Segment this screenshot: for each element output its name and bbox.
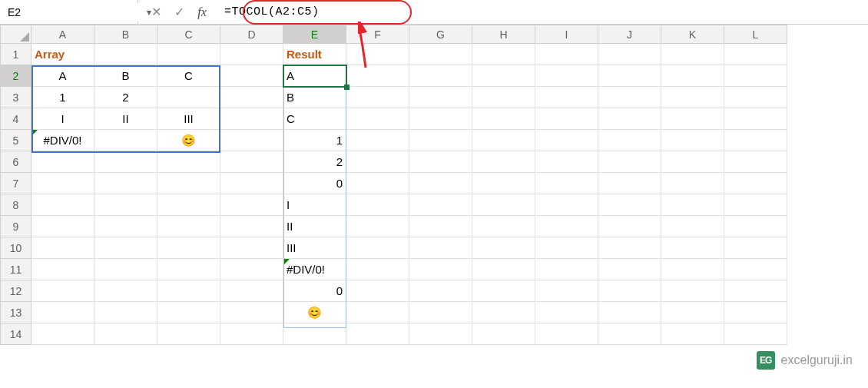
cell-A10[interactable] [31,237,94,259]
cell-B12[interactable] [94,280,157,302]
cell-B9[interactable] [94,216,157,237]
cell-C13[interactable] [157,302,220,323]
cell-E9[interactable]: II [283,216,346,237]
cell-L10[interactable] [724,237,787,259]
row-13[interactable]: 13 [1,302,31,323]
cell-H14[interactable] [472,323,535,345]
cell-E12[interactable]: 0 [283,280,346,302]
cell-D3[interactable] [220,87,283,108]
cell-L6[interactable] [724,151,787,173]
cell-J13[interactable] [598,302,661,323]
cell-G10[interactable] [409,237,472,259]
cell-E2[interactable]: A [283,65,346,87]
cell-I9[interactable] [535,216,598,237]
cell-D10[interactable] [220,237,283,259]
col-J[interactable]: J [598,25,661,44]
row-2[interactable]: 2 [1,65,31,87]
cell-K1[interactable] [661,44,724,65]
cell-K2[interactable] [661,65,724,87]
cell-I5[interactable] [535,130,598,151]
cell-K8[interactable] [661,194,724,216]
cell-B6[interactable] [94,151,157,173]
cell-C14[interactable] [157,323,220,345]
cell-I1[interactable] [535,44,598,65]
cell-D6[interactable] [220,151,283,173]
cell-B10[interactable] [94,237,157,259]
cell-C3[interactable] [157,87,220,108]
cell-H10[interactable] [472,237,535,259]
cell-I3[interactable] [535,87,598,108]
cell-F13[interactable] [346,302,409,323]
row-9[interactable]: 9 [1,216,31,237]
cell-J9[interactable] [598,216,661,237]
cell-K7[interactable] [661,173,724,194]
cell-D9[interactable] [220,216,283,237]
cell-E10[interactable]: III [283,237,346,259]
cell-L3[interactable] [724,87,787,108]
cell-H5[interactable] [472,130,535,151]
col-A[interactable]: A [31,25,94,44]
cell-L9[interactable] [724,216,787,237]
col-B[interactable]: B [94,25,157,44]
cell-H6[interactable] [472,151,535,173]
cell-C10[interactable] [157,237,220,259]
cell-C5[interactable]: 😊 [157,130,220,151]
cell-F7[interactable] [346,173,409,194]
cell-I2[interactable] [535,65,598,87]
row-12[interactable]: 12 [1,280,31,302]
cell-H7[interactable] [472,173,535,194]
cell-C2[interactable]: C [157,65,220,87]
cell-I11[interactable] [535,259,598,280]
cell-H1[interactable] [472,44,535,65]
cell-L12[interactable] [724,280,787,302]
cell-A8[interactable] [31,194,94,216]
cell-F14[interactable] [346,323,409,345]
cell-L11[interactable] [724,259,787,280]
cell-A3[interactable]: 1 [31,87,94,108]
cell-F6[interactable] [346,151,409,173]
cell-J8[interactable] [598,194,661,216]
cell-B1[interactable] [94,44,157,65]
cell-F8[interactable] [346,194,409,216]
cell-J10[interactable] [598,237,661,259]
cell-D4[interactable] [220,108,283,130]
row-6[interactable]: 6 [1,151,31,173]
cell-J12[interactable] [598,280,661,302]
accept-icon[interactable]: ✓ [172,5,186,19]
cell-D11[interactable] [220,259,283,280]
cell-H8[interactable] [472,194,535,216]
cell-J5[interactable] [598,130,661,151]
cell-E14[interactable] [283,323,346,345]
cell-A1[interactable]: Array [31,44,94,65]
cell-B14[interactable] [94,323,157,345]
row-8[interactable]: 8 [1,194,31,216]
cell-K13[interactable] [661,302,724,323]
cell-L5[interactable] [724,130,787,151]
cell-F4[interactable] [346,108,409,130]
cancel-icon[interactable]: ✕ [149,5,163,19]
cell-C6[interactable] [157,151,220,173]
cell-H4[interactable] [472,108,535,130]
cell-A14[interactable] [31,323,94,345]
row-5[interactable]: 5 [1,130,31,151]
cell-E6[interactable]: 2 [283,151,346,173]
cell-B7[interactable] [94,173,157,194]
cell-A7[interactable] [31,173,94,194]
col-E[interactable]: E [283,25,346,44]
cell-C12[interactable] [157,280,220,302]
cell-G5[interactable] [409,130,472,151]
row-3[interactable]: 3 [1,87,31,108]
cell-C11[interactable] [157,259,220,280]
cell-B2[interactable]: B [94,65,157,87]
cell-K5[interactable] [661,130,724,151]
cell-B3[interactable]: 2 [94,87,157,108]
row-10[interactable]: 10 [1,237,31,259]
cell-A9[interactable] [31,216,94,237]
row-11[interactable]: 11 [1,259,31,280]
select-all-triangle[interactable] [1,25,31,44]
cell-K4[interactable] [661,108,724,130]
cell-A4[interactable]: I [31,108,94,130]
cell-J14[interactable] [598,323,661,345]
cell-B5[interactable] [94,130,157,151]
cell-G9[interactable] [409,216,472,237]
